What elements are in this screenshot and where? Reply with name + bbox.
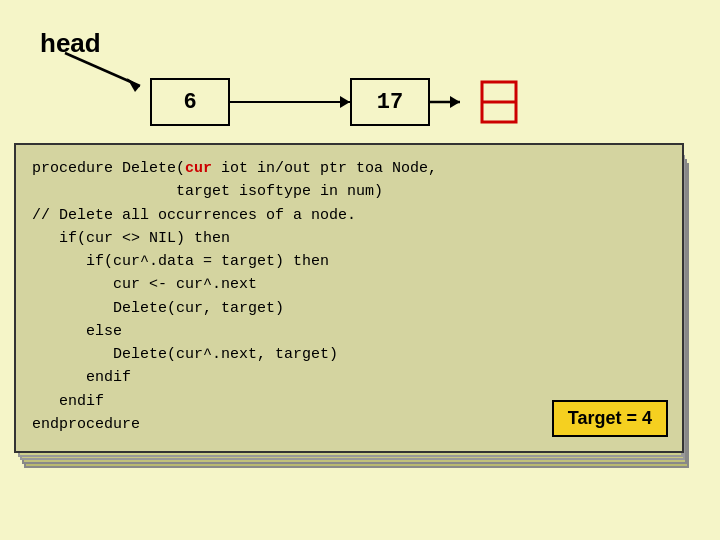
head-arrow: [55, 48, 165, 93]
target-badge: Target = 4: [552, 400, 668, 437]
node-17: 17: [350, 78, 430, 126]
svg-marker-3: [450, 96, 460, 108]
null-terminator: [480, 80, 518, 124]
linked-list: 6 17: [150, 78, 518, 126]
svg-marker-1: [127, 78, 140, 92]
code-content: procedure Delete(cur iot in/out ptr toa …: [32, 157, 666, 436]
code-line1-start: procedure Delete(cur iot in/out ptr toa …: [32, 160, 437, 433]
main-container: head 6 17 procedu: [0, 0, 720, 540]
arrow-6-to-17: [230, 101, 350, 103]
cur-keyword: cur: [185, 160, 212, 177]
node-6: 6: [150, 78, 230, 126]
arrow-17-to-null: [430, 78, 480, 126]
code-panel: procedure Delete(cur iot in/out ptr toa …: [14, 143, 684, 453]
